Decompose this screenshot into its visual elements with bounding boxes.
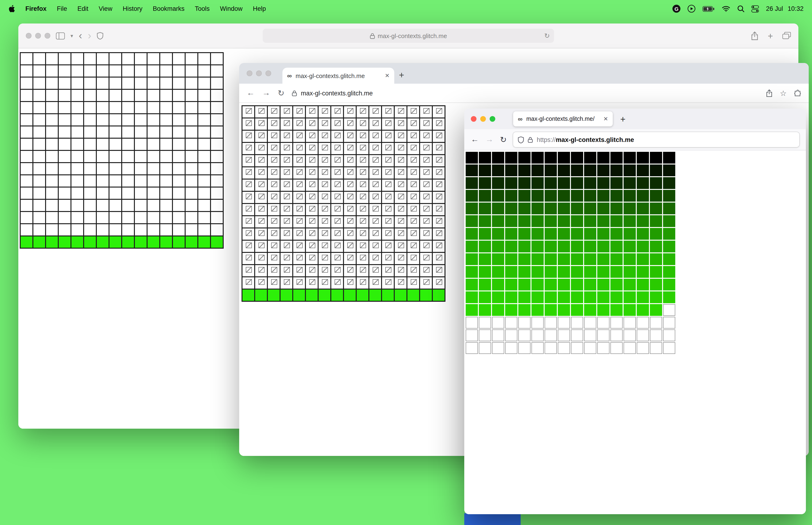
back-button[interactable]: ← bbox=[247, 88, 255, 98]
menu-history[interactable]: History bbox=[123, 5, 142, 12]
chevron-down-icon[interactable]: ▾ bbox=[71, 33, 73, 39]
chrome-active-tab[interactable]: ∞ max-gl-contexts.glitch.me ✕ bbox=[282, 68, 394, 84]
grid-cell bbox=[624, 152, 636, 164]
new-tab-button[interactable]: + bbox=[620, 115, 626, 123]
grid-cell bbox=[432, 289, 445, 301]
grid-cell bbox=[331, 277, 343, 289]
search-icon[interactable] bbox=[737, 5, 744, 12]
grid-cell bbox=[407, 289, 419, 301]
grid-cell bbox=[305, 155, 318, 167]
chrome-address-bar[interactable]: max-gl-contexts.glitch.me bbox=[292, 90, 759, 96]
grid-cell bbox=[242, 204, 255, 216]
safari-address-bar[interactable]: max-gl-contexts.glitch.me ↻ bbox=[263, 29, 554, 43]
new-tab-button[interactable]: + bbox=[768, 31, 773, 40]
menu-bookmarks[interactable]: Bookmarks bbox=[153, 5, 184, 12]
menu-edit[interactable]: Edit bbox=[78, 5, 89, 12]
battery-icon[interactable] bbox=[703, 6, 715, 12]
share-icon[interactable] bbox=[751, 31, 759, 40]
minimize-button[interactable] bbox=[35, 33, 41, 39]
close-button[interactable] bbox=[26, 33, 31, 39]
forward-button[interactable]: › bbox=[88, 31, 91, 41]
grid-cell bbox=[318, 191, 331, 204]
broken-image-icon bbox=[309, 206, 315, 211]
new-tab-button[interactable]: + bbox=[399, 71, 404, 79]
grid-cell bbox=[147, 114, 160, 126]
sidebar-icon[interactable] bbox=[56, 32, 65, 39]
grid-cell bbox=[305, 142, 318, 155]
grid-cell bbox=[369, 106, 382, 118]
url-host: max-gl-contexts.glitch.me bbox=[556, 136, 634, 143]
firefox-address-bar[interactable]: https://max-gl-contexts.glitch.me bbox=[514, 132, 799, 147]
broken-image-icon bbox=[385, 218, 392, 224]
broken-image-icon bbox=[335, 157, 341, 163]
grid-cell bbox=[46, 102, 58, 114]
grid-cell bbox=[293, 179, 305, 191]
tab-overview-icon[interactable] bbox=[782, 32, 791, 40]
grid-cell bbox=[198, 102, 211, 114]
grid-cell bbox=[407, 252, 419, 265]
menu-window[interactable]: Window bbox=[220, 5, 243, 12]
reload-button[interactable]: ↻ bbox=[278, 88, 285, 98]
grid-cell bbox=[356, 240, 369, 252]
close-button[interactable] bbox=[247, 71, 252, 76]
grid-cell bbox=[637, 215, 649, 227]
grid-cell bbox=[597, 342, 610, 354]
broken-image-icon bbox=[398, 120, 404, 126]
extensions-icon[interactable] bbox=[794, 90, 801, 96]
menu-help[interactable]: Help bbox=[253, 5, 266, 12]
zoom-button[interactable] bbox=[490, 116, 495, 122]
back-button[interactable]: ← bbox=[471, 135, 479, 144]
grid-cell bbox=[558, 202, 570, 214]
grid-cell bbox=[109, 126, 122, 138]
apple-menu-icon[interactable] bbox=[9, 5, 15, 13]
menu-file[interactable]: File bbox=[57, 5, 67, 12]
grid-cell bbox=[172, 175, 185, 187]
back-button[interactable]: ‹ bbox=[79, 31, 82, 41]
grid-cell bbox=[96, 126, 109, 138]
grid-cell bbox=[407, 179, 419, 191]
broken-image-icon bbox=[246, 255, 252, 260]
menu-tools[interactable]: Tools bbox=[195, 5, 210, 12]
grid-cell bbox=[432, 191, 445, 204]
minimize-button[interactable] bbox=[480, 116, 486, 122]
grid-cell bbox=[331, 228, 343, 240]
share-icon[interactable] bbox=[766, 89, 772, 97]
grid-cell bbox=[147, 187, 160, 199]
grammarly-icon[interactable]: G bbox=[672, 5, 680, 13]
grid-cell bbox=[571, 304, 583, 316]
reload-button[interactable]: ↻ bbox=[500, 135, 507, 145]
grid-cell bbox=[492, 165, 504, 176]
control-center-icon[interactable] bbox=[751, 5, 759, 13]
wifi-icon[interactable] bbox=[722, 6, 730, 12]
grid-cell bbox=[532, 215, 544, 227]
grid-cell bbox=[382, 277, 394, 289]
play-icon[interactable] bbox=[688, 5, 695, 13]
grid-cell bbox=[71, 150, 83, 163]
broken-image-icon bbox=[385, 181, 392, 187]
menu-view[interactable]: View bbox=[99, 5, 112, 12]
background-window-peek[interactable] bbox=[464, 513, 521, 525]
tab-close-icon[interactable]: ✕ bbox=[603, 116, 608, 122]
grid-cell bbox=[571, 228, 583, 240]
active-app-name[interactable]: Firefox bbox=[25, 5, 47, 12]
firefox-active-tab[interactable]: ∞ max-gl-contexts.glitch.me/ ✕ bbox=[513, 111, 613, 126]
grid-cell bbox=[637, 317, 649, 329]
forward-button[interactable]: → bbox=[262, 88, 270, 98]
tab-close-icon[interactable]: ✕ bbox=[385, 72, 389, 79]
grid-cell bbox=[255, 155, 267, 167]
grid-cell bbox=[160, 114, 172, 126]
menu-bar-clock[interactable]: 26 Jul 10:32 bbox=[766, 5, 803, 12]
forward-button[interactable]: → bbox=[486, 135, 493, 144]
shield-icon[interactable] bbox=[97, 32, 103, 40]
broken-image-icon bbox=[335, 230, 341, 236]
bookmark-star-icon[interactable]: ☆ bbox=[780, 89, 787, 97]
grid-cell bbox=[46, 163, 58, 175]
close-button[interactable] bbox=[471, 116, 476, 122]
broken-image-icon bbox=[271, 108, 277, 114]
grid-cell bbox=[109, 175, 122, 187]
zoom-button[interactable] bbox=[45, 33, 50, 39]
minimize-button[interactable] bbox=[256, 71, 262, 76]
grid-cell bbox=[650, 190, 662, 201]
reload-icon[interactable]: ↻ bbox=[545, 32, 550, 40]
zoom-button[interactable] bbox=[265, 71, 271, 76]
